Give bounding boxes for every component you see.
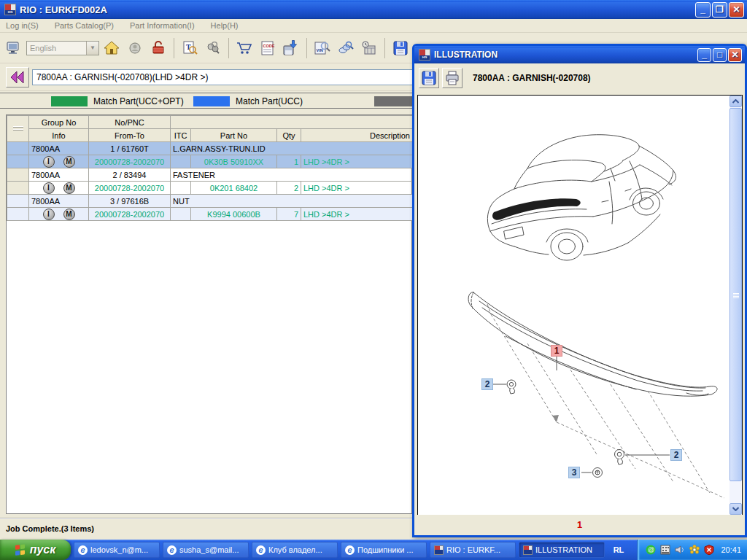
taskbar-clock[interactable]: 20:41 xyxy=(721,545,741,554)
no-pnc-cell: 3 / 97616B xyxy=(89,195,171,208)
close-button[interactable]: ✕ xyxy=(729,2,744,18)
scroll-up-icon[interactable] xyxy=(729,96,742,107)
browser-icon: e xyxy=(78,545,88,555)
parts-table: Group No No/PNC Info From-To ITC Part No… xyxy=(6,114,412,514)
scroll-down-icon[interactable] xyxy=(729,503,742,515)
taskbar-task-illustration[interactable]: ILLUSTRATION xyxy=(519,542,605,558)
user-globe-icon[interactable] xyxy=(124,36,146,60)
from-to-cell: 20000728-2002070 xyxy=(89,155,171,168)
taskbar: пуск e ledovsk_n@m... e susha_s@mail... … xyxy=(0,540,747,560)
browser-icon: e xyxy=(345,545,355,555)
scrollbar-thumb[interactable] xyxy=(729,108,742,481)
callout-1[interactable]: 1 xyxy=(551,345,562,357)
part-search-icon[interactable] xyxy=(335,36,357,60)
code-document-icon[interactable]: CODE xyxy=(257,36,279,60)
taskbar-task-3[interactable]: e Клуб владел... xyxy=(252,542,338,558)
icq-flower-icon[interactable] xyxy=(689,545,700,556)
part-no-cell: K9994 00600B xyxy=(191,208,277,221)
volume-icon[interactable] xyxy=(674,545,685,556)
car-drawing xyxy=(487,135,676,260)
info-button[interactable]: I xyxy=(43,182,55,194)
table-row[interactable]: IM 20000728-2002070 0K201 68402 2 LHD >4… xyxy=(7,182,413,195)
description-cell: LHD >4DR > xyxy=(301,155,413,168)
no-pnc-cell: 2 / 83494 xyxy=(89,168,171,182)
browser-icon: e xyxy=(167,545,177,555)
illustration-toolbar: 7800AA : GARNISH(-020708) xyxy=(414,63,745,93)
taskbar-task-4[interactable]: e Подшипники ... xyxy=(341,542,427,558)
from-to-cell: 20000728-2002070 xyxy=(89,182,171,195)
svg-text:CODE: CODE xyxy=(263,44,275,48)
security-alert-icon[interactable] xyxy=(703,545,714,556)
taskbar-task-rio[interactable]: RIO : EURKF... xyxy=(430,542,516,558)
illustration-save-button[interactable] xyxy=(419,68,439,88)
from-to-cell: 20000728-2002070 xyxy=(89,208,171,221)
menu-part-information[interactable]: Part Information(I) xyxy=(130,21,195,30)
table-row[interactable]: 7800AA 3 / 97616B NUT xyxy=(7,195,413,208)
scanner-tray-icon[interactable] xyxy=(659,545,670,556)
menu-parts-catalog[interactable]: Parts Catalog(P) xyxy=(55,21,114,30)
language-indicator[interactable]: RL xyxy=(609,542,628,557)
col-header-part-no: Part No xyxy=(191,129,277,142)
callout-3[interactable]: 3 xyxy=(568,467,580,478)
table-row[interactable]: 7800AA 1 / 61760T L.GARN.ASSY-TRUN.LID xyxy=(7,142,413,155)
memo-button[interactable]: M xyxy=(63,209,75,220)
chevron-down-icon[interactable]: ▼ xyxy=(86,42,98,55)
row-selector-header xyxy=(7,116,29,142)
page-number: 1 xyxy=(577,519,582,530)
menu-login[interactable]: Log in(S) xyxy=(6,21,39,30)
memo-button[interactable]: M xyxy=(63,182,75,194)
lock-icon[interactable] xyxy=(147,36,169,60)
menu-help[interactable]: Help(H) xyxy=(211,21,239,30)
save-icon[interactable] xyxy=(390,36,411,60)
illustration-title-bar[interactable]: HIS ILLUSTRATION _ □ ✕ xyxy=(414,46,745,63)
memo-button[interactable]: M xyxy=(63,156,75,168)
assembly-search-icon[interactable] xyxy=(202,36,224,60)
main-title-bar[interactable]: HIS RIO : EURKFD002A _ ❐ ✕ xyxy=(0,0,747,19)
callout-2-left[interactable]: 2 xyxy=(481,378,493,390)
qty-cell: 1 xyxy=(277,155,301,168)
start-button[interactable]: пуск xyxy=(0,540,71,560)
save-data-icon[interactable] xyxy=(280,36,302,60)
group-no-cell: 7800AA xyxy=(29,195,89,208)
group-no-cell: 7800AA xyxy=(29,168,89,182)
illustration-print-button[interactable] xyxy=(442,68,462,88)
illustration-window: HIS ILLUSTRATION _ □ ✕ 7800AA : GARNISH(… xyxy=(412,44,747,537)
vin-search-icon[interactable]: VIN xyxy=(311,36,333,60)
illustration-minimize-button[interactable]: _ xyxy=(697,48,711,62)
legend-swatch-ucc-opt xyxy=(51,96,88,106)
assembly-guide-lines xyxy=(487,304,724,498)
language-select[interactable]: English ▼ xyxy=(26,41,99,55)
illustration-maximize-button[interactable]: □ xyxy=(713,48,727,62)
callout-2-right[interactable]: 2 xyxy=(670,449,682,461)
scrollbar-grip xyxy=(733,292,739,299)
info-button[interactable]: I xyxy=(43,156,55,168)
minimize-button[interactable]: _ xyxy=(695,2,711,18)
back-button[interactable] xyxy=(6,67,29,88)
parts-diagram xyxy=(418,96,729,515)
text-search-icon[interactable]: T xyxy=(179,36,201,60)
illustration-close-button[interactable]: ✕ xyxy=(728,48,742,62)
vertical-scrollbar[interactable] xyxy=(729,96,742,515)
part-name-cell: L.GARN.ASSY-TRUN.LID xyxy=(171,142,413,155)
taskbar-task-2[interactable]: e susha_s@mail... xyxy=(163,542,249,558)
description-cell: LHD >4DR > xyxy=(301,182,413,195)
cart-icon[interactable] xyxy=(233,36,255,60)
col-header-no-pnc: No/PNC xyxy=(89,116,171,129)
windows-flag-icon xyxy=(15,544,26,555)
computer-icon[interactable] xyxy=(3,36,25,60)
table-row[interactable]: IM 20000728-2002070 0K30B 50910XX 1 LHD … xyxy=(7,155,413,168)
table-row[interactable]: IM 20000728-2002070 K9994 00600B 7 LHD >… xyxy=(7,208,413,221)
table-row[interactable]: 7800AA 2 / 83494 FASTENER xyxy=(7,168,413,182)
info-button[interactable]: I xyxy=(43,209,55,220)
home-icon[interactable] xyxy=(101,36,123,60)
messenger-online-icon[interactable]: @ xyxy=(645,545,656,556)
fastener-glyphs xyxy=(507,380,624,478)
app-logo-icon: HIS xyxy=(4,4,16,15)
schedule-icon[interactable] xyxy=(358,36,380,60)
language-value: English xyxy=(30,44,56,52)
restore-button[interactable]: ❐ xyxy=(712,2,727,18)
double-left-arrow-icon xyxy=(10,71,25,84)
taskbar-task-1[interactable]: e ledovsk_n@m... xyxy=(74,542,160,558)
part-no-cell: 0K30B 50910XX xyxy=(191,155,277,168)
col-header-spacer xyxy=(171,116,413,129)
